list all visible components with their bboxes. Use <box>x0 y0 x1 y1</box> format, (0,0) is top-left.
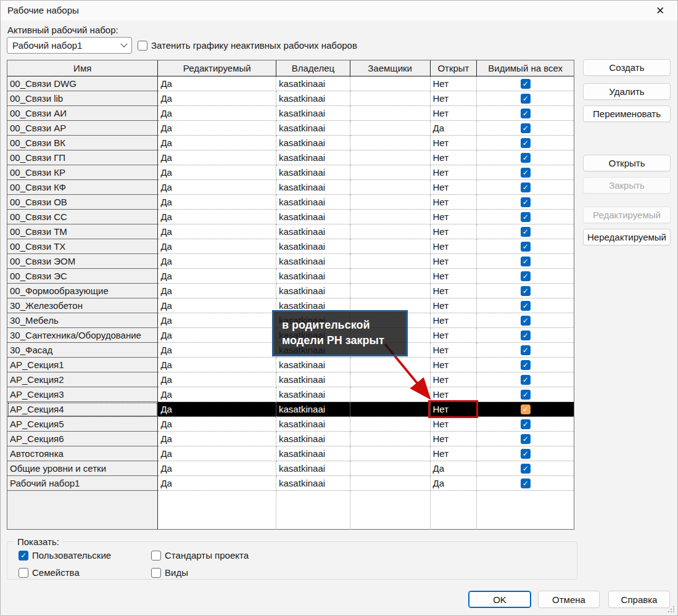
cell-editable[interactable]: Да <box>158 165 276 180</box>
visible-checkbox[interactable]: ✓ <box>521 375 531 385</box>
cell-name[interactable]: Общие уровни и сетки <box>7 461 158 476</box>
cell-editable[interactable]: Да <box>158 180 276 195</box>
cell-opened[interactable]: Нет <box>431 106 477 121</box>
cell-name[interactable]: 00_Связи ОВ <box>7 195 158 210</box>
visible-checkbox[interactable]: ✓ <box>521 168 531 178</box>
cell-borrowers[interactable] <box>350 195 431 210</box>
column-header[interactable]: Редактируемый <box>158 60 276 76</box>
cell-name[interactable]: 00_Связи КФ <box>7 180 158 195</box>
table-row[interactable]: 00_Связи АИДаkasatkinaaiНет✓ <box>7 106 574 121</box>
visible-checkbox[interactable]: ✓ <box>521 138 531 148</box>
cell-opened[interactable]: Нет <box>431 254 477 269</box>
cell-opened[interactable]: Нет <box>431 165 477 180</box>
table-row[interactable]: Общие уровни и сеткиДаkasatkinaaiДа✓ <box>7 461 574 476</box>
cell-name[interactable]: АР_Секция3 <box>7 387 158 402</box>
cell-editable[interactable]: Да <box>158 239 276 254</box>
table-row[interactable]: 00_Связи ТХДаkasatkinaaiНет✓ <box>7 239 574 254</box>
cell-editable[interactable]: Да <box>158 358 276 372</box>
cancel-button[interactable]: Отмена <box>538 591 600 608</box>
column-header[interactable]: Открыт <box>431 60 477 76</box>
cell-name[interactable]: Рабочий набор1 <box>7 476 158 491</box>
show-checkbox-row[interactable]: Виды <box>151 567 577 578</box>
visible-checkbox[interactable]: ✓ <box>521 242 531 252</box>
table-row[interactable]: 00_Связи ССДаkasatkinaaiНет✓ <box>7 210 574 224</box>
cell-opened[interactable]: Нет <box>431 432 477 446</box>
table-row[interactable]: АР_Секция2ДаkasatkinaaiНет✓ <box>7 372 574 387</box>
cell-editable[interactable]: Да <box>158 402 276 417</box>
visible-checkbox[interactable]: ✓ <box>521 434 531 444</box>
cell-borrowers[interactable] <box>350 210 431 224</box>
cell-borrowers[interactable] <box>350 432 431 446</box>
visible-checkbox[interactable]: ✓ <box>521 123 531 133</box>
cell-opened[interactable]: Нет <box>431 180 477 195</box>
cell-editable[interactable]: Да <box>158 136 276 150</box>
table-row[interactable]: АвтостоянкаДаkasatkinaaiНет✓ <box>7 446 574 461</box>
cell-opened[interactable]: Да <box>431 476 477 491</box>
cell-opened[interactable]: Нет <box>431 358 477 372</box>
cell-opened[interactable]: Нет <box>431 446 477 461</box>
cell-borrowers[interactable] <box>350 165 431 180</box>
cell-name[interactable]: АР_Секция2 <box>7 372 158 387</box>
cell-editable[interactable]: Да <box>158 476 276 491</box>
side-button-3[interactable]: Переименовать <box>583 105 671 122</box>
cell-opened[interactable]: Нет <box>431 210 477 224</box>
resize-grip-icon[interactable] <box>668 606 674 612</box>
table-row[interactable]: АР_Секция5ДаkasatkinaaiНет✓ <box>7 417 574 432</box>
gray-inactive-checkbox[interactable] <box>138 41 147 51</box>
visible-checkbox[interactable]: ✓ <box>521 183 531 192</box>
cell-editable[interactable]: Да <box>158 106 276 121</box>
visible-checkbox[interactable]: ✓ <box>521 153 531 163</box>
table-row[interactable]: 00_Связи ВКДаkasatkinaaiНет✓ <box>7 136 574 150</box>
cell-borrowers[interactable] <box>350 446 431 461</box>
cell-name[interactable]: Автостоянка <box>7 446 158 461</box>
visible-checkbox[interactable]: ✓ <box>521 197 531 207</box>
cell-borrowers[interactable] <box>350 461 431 476</box>
visible-checkbox[interactable]: ✓ <box>521 316 531 326</box>
cell-opened[interactable]: Да <box>431 461 477 476</box>
cell-name[interactable]: 30_Сантехника/Оборудование <box>7 328 158 343</box>
cell-borrowers[interactable] <box>350 121 431 136</box>
visible-checkbox[interactable]: ✓ <box>521 390 531 400</box>
cell-owner[interactable]: kasatkinaai <box>276 269 350 284</box>
cell-borrowers[interactable] <box>350 387 431 402</box>
cell-opened[interactable]: Нет <box>431 239 477 254</box>
cell-borrowers[interactable] <box>350 284 431 298</box>
show-checkbox[interactable] <box>151 568 161 578</box>
cell-editable[interactable]: Да <box>158 254 276 269</box>
cell-editable[interactable]: Да <box>158 432 276 446</box>
help-button[interactable]: Справка <box>608 591 670 608</box>
cell-name[interactable]: 00_Связи ВК <box>7 136 158 150</box>
visible-checkbox[interactable]: ✓ <box>521 345 531 355</box>
column-header[interactable]: Владелец <box>276 60 350 76</box>
cell-name[interactable]: 30_Мебель <box>7 313 158 328</box>
cell-name[interactable]: 00_Связи АР <box>7 121 158 136</box>
cell-owner[interactable]: kasatkinaai <box>276 417 350 432</box>
ok-button[interactable]: OK <box>468 591 531 608</box>
cell-editable[interactable]: Да <box>158 224 276 239</box>
cell-owner[interactable]: kasatkinaai <box>276 358 350 372</box>
show-checkbox-row[interactable]: Семейства <box>19 567 151 578</box>
cell-editable[interactable]: Да <box>158 150 276 165</box>
cell-name[interactable]: 00_Связи ЭОМ <box>7 254 158 269</box>
cell-borrowers[interactable] <box>350 136 431 150</box>
cell-opened[interactable]: Нет <box>431 76 477 91</box>
cell-editable[interactable]: Да <box>158 387 276 402</box>
cell-owner[interactable]: kasatkinaai <box>276 195 350 210</box>
cell-borrowers[interactable] <box>350 269 431 284</box>
cell-editable[interactable]: Да <box>158 372 276 387</box>
cell-opened[interactable]: Нет <box>431 269 477 284</box>
visible-checkbox[interactable]: ✓ <box>521 360 531 370</box>
cell-owner[interactable]: kasatkinaai <box>276 76 350 91</box>
cell-owner[interactable]: kasatkinaai <box>276 432 350 446</box>
cell-editable[interactable]: Да <box>158 91 276 106</box>
visible-checkbox[interactable]: ✓ <box>521 449 531 459</box>
visible-checkbox[interactable]: ✓ <box>521 464 531 474</box>
cell-editable[interactable]: Да <box>158 284 276 298</box>
show-checkbox-row[interactable]: Стандарты проекта <box>151 550 577 561</box>
table-row[interactable]: АР_Секция6ДаkasatkinaaiНет✓ <box>7 432 574 446</box>
column-header[interactable]: Имя <box>7 60 158 76</box>
table-row[interactable]: АР_Секция1ДаkasatkinaaiНет✓ <box>7 358 574 372</box>
cell-borrowers[interactable] <box>350 150 431 165</box>
show-checkbox-row[interactable]: ✓Пользовательские <box>19 550 151 561</box>
cell-editable[interactable]: Да <box>158 76 276 91</box>
